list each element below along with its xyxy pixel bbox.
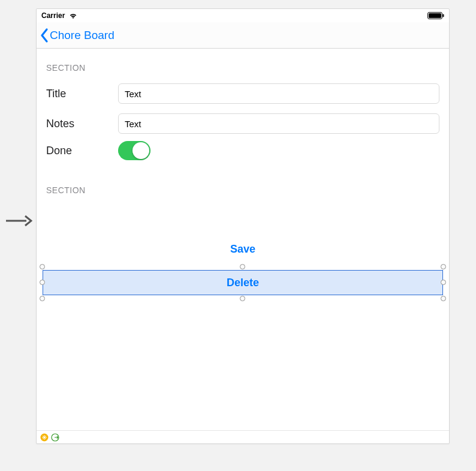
exit-segue-icon[interactable] xyxy=(51,433,59,442)
toggle-knob xyxy=(132,142,149,159)
selection-handle[interactable] xyxy=(441,280,446,285)
selection-handle[interactable] xyxy=(441,264,446,269)
svg-rect-2 xyxy=(429,13,441,18)
status-bar: Carrier xyxy=(37,9,449,22)
back-button-label[interactable]: Chore Board xyxy=(50,29,115,42)
title-label: Title xyxy=(46,88,118,100)
done-toggle[interactable] xyxy=(118,141,150,160)
done-row: Done xyxy=(46,141,439,160)
selection-handle[interactable] xyxy=(40,296,45,301)
selection-handle[interactable] xyxy=(441,296,446,301)
battery-icon xyxy=(427,12,444,19)
title-input[interactable] xyxy=(118,83,439,104)
back-chevron-icon[interactable] xyxy=(39,28,50,43)
done-label: Done xyxy=(46,145,118,157)
selection-handle[interactable] xyxy=(40,264,45,269)
canvas-footer-bar xyxy=(37,430,449,443)
notes-row: Notes xyxy=(46,113,439,134)
delete-button-selection: Delete xyxy=(43,270,443,295)
device-frame: Carrier Chore Board Section Title xyxy=(36,8,450,444)
title-row: Title xyxy=(46,83,439,104)
svg-rect-3 xyxy=(443,14,444,17)
notes-label: Notes xyxy=(46,118,118,130)
form-content: Section Title Notes Done Section Save De… xyxy=(37,49,449,430)
section-header-1: Section xyxy=(46,63,439,73)
segue-arrow-annotation xyxy=(5,214,32,230)
selection-handle[interactable] xyxy=(240,296,245,301)
wifi-icon xyxy=(68,12,78,19)
delete-button[interactable]: Delete xyxy=(43,270,443,295)
navigation-bar: Chore Board xyxy=(37,22,449,49)
carrier-label: Carrier xyxy=(41,11,65,20)
warning-icon[interactable] xyxy=(40,433,49,442)
selection-handle[interactable] xyxy=(40,280,45,285)
section-header-2: Section xyxy=(46,185,439,195)
notes-input[interactable] xyxy=(118,113,439,134)
selection-handle[interactable] xyxy=(240,264,245,269)
save-button[interactable]: Save xyxy=(230,243,255,256)
